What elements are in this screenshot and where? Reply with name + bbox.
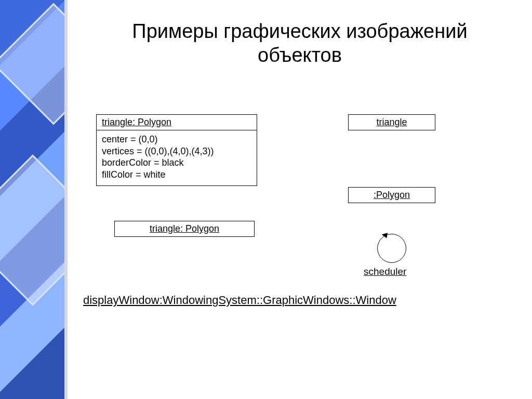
object-anon-polygon: :Polygon	[348, 187, 435, 203]
object-attributes: center = (0,0) vertices = ((0,0),(4,0),(…	[97, 130, 257, 185]
slide-surface: Примеры графических изображений объектов…	[68, 0, 532, 399]
object-name: triangle	[349, 115, 435, 130]
decorative-sidebar	[0, 0, 68, 399]
object-triangle-polygon-short: triangle: Polygon	[114, 221, 255, 237]
diagram-canvas: triangle: Polygon center = (0,0) vertice…	[68, 0, 532, 399]
object-name: :Polygon	[349, 188, 435, 203]
object-name: triangle: Polygon	[115, 221, 254, 236]
object-name: triangle: Polygon	[97, 115, 257, 130]
object-scheduler-label: scheduler	[364, 266, 406, 277]
object-triangle: triangle	[348, 114, 435, 130]
active-object-circle	[377, 234, 406, 263]
object-long-qualified-name: displayWindow:WindowingSystem::GraphicWi…	[83, 294, 396, 307]
object-triangle-polygon-full: triangle: Polygon center = (0,0) vertice…	[96, 114, 257, 186]
